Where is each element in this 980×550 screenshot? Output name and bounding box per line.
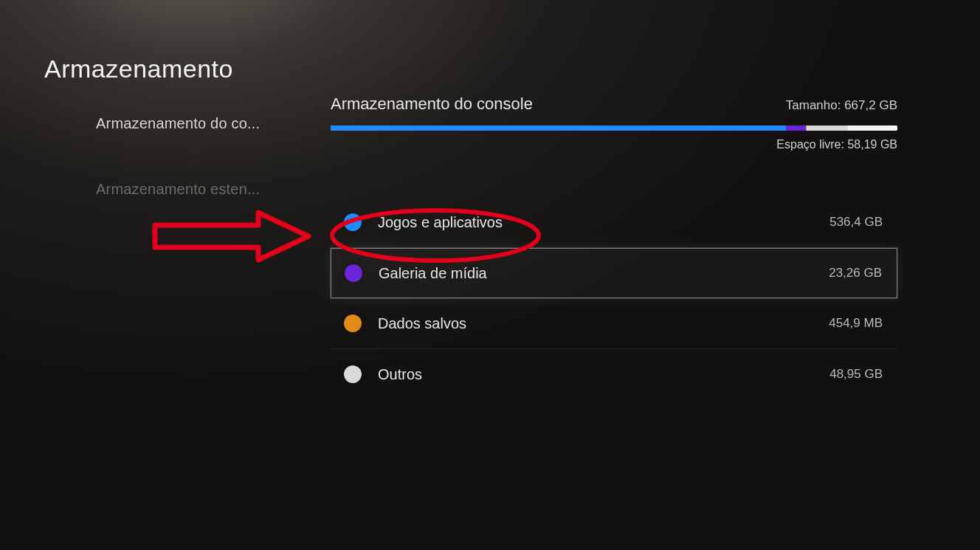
sidebar-item-console-storage[interactable]: Armazenamento do co... <box>96 109 288 140</box>
category-size: 48,95 GB <box>829 367 883 382</box>
category-label: Outros <box>378 366 422 383</box>
storage-total-size: Tamanho: 667,2 GB <box>786 98 897 113</box>
page-title: Armazenamento <box>44 55 233 83</box>
category-color-dot <box>344 314 362 332</box>
category-label: Jogos e aplicativos <box>378 214 503 231</box>
storage-header: Armazenamento do console Tamanho: 667,2 … <box>331 94 897 165</box>
category-row[interactable]: Jogos e aplicativos536,4 GB <box>331 197 897 248</box>
category-label: Dados salvos <box>378 315 466 332</box>
storage-bar-segment <box>848 126 897 131</box>
category-row[interactable]: Outros48,95 GB <box>331 349 897 399</box>
main-panel: Armazenamento do console Tamanho: 667,2 … <box>331 94 897 399</box>
storage-free-space: Espaço livre: 58,19 GB <box>331 138 897 151</box>
category-size: 23,26 GB <box>829 266 882 281</box>
storage-usage-bar <box>331 126 897 131</box>
category-color-dot <box>344 213 362 231</box>
category-label: Galeria de mídia <box>379 265 487 282</box>
storage-bar-segment <box>786 126 806 131</box>
storage-bar-segment <box>807 126 848 131</box>
category-row[interactable]: Galeria de mídia23,26 GB <box>331 248 897 298</box>
sidebar-item-extended-storage[interactable]: Armazenamento esten... <box>96 175 288 205</box>
sidebar: Armazenamento do co... Armazenamento est… <box>96 109 288 205</box>
category-color-dot <box>344 365 362 383</box>
storage-title: Armazenamento do console <box>331 94 533 114</box>
category-color-dot <box>345 264 362 282</box>
storage-bar-segment <box>331 126 786 131</box>
category-size: 536,4 GB <box>829 215 883 230</box>
category-list: Jogos e aplicativos536,4 GBGaleria de mí… <box>331 197 897 399</box>
category-size: 454,9 MB <box>829 316 883 331</box>
category-row[interactable]: Dados salvos454,9 MB <box>331 298 897 349</box>
